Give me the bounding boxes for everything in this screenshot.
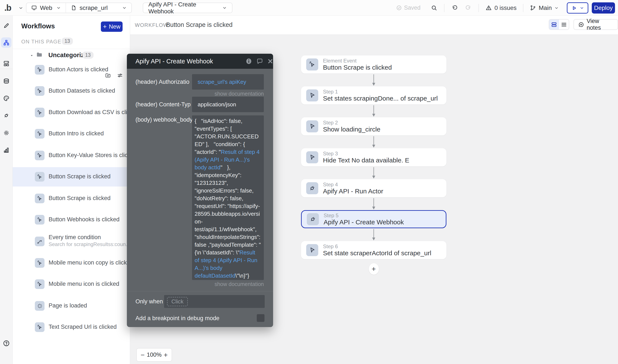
logo-chevron-down-icon[interactable] (18, 6, 23, 10)
zoom-level: 100% (147, 351, 161, 358)
view-notes-button[interactable]: View notes (574, 19, 618, 30)
cursor-click-icon (35, 108, 44, 117)
components-tab[interactable] (0, 60, 13, 67)
redo-icon[interactable] (465, 5, 471, 11)
step-card-event[interactable]: Element EventButton Scrape is clicked (301, 55, 446, 74)
content-type-input[interactable]: application/json (192, 97, 264, 112)
workflow-label: WORKFLOW: (135, 22, 170, 28)
breakpoint-checkbox[interactable] (257, 314, 265, 322)
workflow-icon (3, 39, 10, 46)
workflow-item[interactable]: Button Download as CSV is clicked (13, 103, 130, 122)
settings-tab[interactable] (0, 130, 13, 136)
chevron-down-icon (56, 6, 61, 10)
connector-arrow (301, 166, 446, 179)
warning-triangle-icon (485, 4, 492, 11)
branch-label: Main (539, 4, 552, 11)
help-icon (3, 340, 10, 347)
step-card-3[interactable]: Step 3Hide Text No data available. E (301, 148, 446, 166)
section-count-badge: 13 (62, 38, 73, 45)
search-icon[interactable] (431, 5, 437, 11)
mode-selector[interactable]: Web (27, 3, 66, 13)
workflow-item[interactable]: Page is loaded (13, 296, 130, 316)
cursor-click-icon (35, 129, 44, 139)
workflow-selector-dropdown[interactable]: Apify API - Create Webhook (143, 3, 232, 13)
logs-tab[interactable] (0, 147, 13, 153)
cursor-click-icon (35, 194, 44, 203)
undo-icon[interactable] (451, 5, 457, 11)
cursor-click-icon (306, 58, 318, 70)
check-circle-icon (396, 5, 402, 11)
action-properties-modal: Apify API - Create Webhook (header) Auth… (127, 54, 273, 327)
only-when-placeholder[interactable]: Click (167, 297, 188, 306)
workflow-item-subtitle: Search for scrapingResultss:coun... (49, 241, 130, 247)
plug-icon (3, 112, 10, 119)
steps-column: Element EventButton Scrape is clicked St… (301, 55, 446, 275)
show-documentation-link[interactable]: show documentation (192, 281, 264, 287)
data-tab[interactable] (0, 78, 13, 85)
authorization-input[interactable]: scrape_url's apiKey (192, 74, 264, 90)
zoom-out-button[interactable]: − (141, 351, 145, 358)
workflow-item[interactable]: Text Scraped Url is clicked (13, 318, 130, 337)
page-dropdown[interactable]: scrape_url (66, 3, 131, 13)
list-view-icon (561, 22, 567, 28)
cursor-click-icon (35, 151, 44, 160)
workflow-item[interactable]: Button Webhooks is clicked (13, 210, 130, 230)
cursor-click-icon (35, 258, 44, 268)
new-workflow-button[interactable]: + New (101, 22, 122, 32)
cursor-icon (306, 89, 318, 101)
caret-down-icon (30, 54, 34, 57)
page-selector: Web scrape_url (26, 3, 132, 13)
styles-tab[interactable] (0, 95, 13, 102)
webhook-body-input[interactable]: { "isAdHoc": false, "eventTypes": [ "ACT… (192, 115, 264, 280)
add-step-button[interactable]: + (369, 263, 379, 275)
deploy-button[interactable]: Deploy (592, 2, 615, 13)
cursor-icon (306, 120, 318, 132)
list-view-toggle[interactable] (559, 20, 569, 29)
chart-icon (3, 147, 10, 153)
issues-label: 0 issues (495, 4, 517, 11)
divider (0, 69, 13, 69)
workflow-item[interactable]: Button Intro is clicked (13, 124, 130, 143)
branch-selector[interactable]: Main (530, 4, 559, 11)
step-card-6[interactable]: Step 6Set state scraperActorId of scrape… (301, 241, 446, 259)
step-card-5-selected[interactable]: Step 5Apify API - Create Webhook (301, 210, 446, 228)
group-uncategorized[interactable]: Uncategorized 13 (13, 50, 130, 60)
section-label: ON THIS PAGE (21, 39, 61, 45)
bubble-logo[interactable]: .b (4, 3, 11, 13)
connector-arrow (301, 74, 446, 86)
issues-indicator[interactable]: 0 issues (485, 4, 517, 11)
workflow-item[interactable]: Button Datasets is clicked (13, 81, 130, 101)
zoom-in-button[interactable]: + (164, 351, 168, 358)
workflow-item-selected[interactable]: Button Scrape is clicked (13, 167, 130, 186)
field-label-webhook-body: (body) webhook_body (135, 117, 193, 123)
card-view-toggle[interactable] (549, 20, 559, 29)
workflow-item[interactable]: Mobile menu icon is clicked (13, 275, 130, 294)
zoom-control: − 100% + (136, 348, 172, 362)
plug-icon (307, 213, 319, 225)
git-branch-icon (530, 5, 536, 11)
connector-arrow (301, 228, 446, 241)
only-when-input[interactable]: Click (164, 295, 265, 308)
step-card-1[interactable]: Step 1Set states scrapingDone... of scra… (301, 86, 446, 104)
workflow-item[interactable]: Mobile menu icon copy is clicked (13, 253, 130, 273)
info-icon[interactable] (245, 58, 253, 65)
step-card-4[interactable]: Step 4Apify API - Run Actor (301, 179, 446, 197)
show-documentation-link[interactable]: show documentation (192, 91, 264, 97)
help-button[interactable] (0, 340, 13, 347)
workflow-tab[interactable] (1, 37, 11, 48)
close-icon[interactable] (267, 58, 273, 65)
cursor-click-icon (35, 322, 44, 332)
preview-button[interactable] (567, 2, 588, 13)
design-tab[interactable] (0, 22, 13, 29)
workflow-title: Button Scrape is clicked (166, 21, 232, 28)
field-label-authorization: (header) Authorizatio (135, 79, 189, 85)
plugins-tab[interactable] (0, 112, 13, 119)
top-bar-actions: Saved 0 issues Main Deploy (396, 0, 618, 16)
workflow-item[interactable]: Button Scrape is clicked (13, 189, 130, 208)
comment-icon[interactable] (256, 58, 263, 65)
chevron-down-icon (222, 6, 227, 10)
workflow-item[interactable]: Every time conditionSearch for scrapingR… (13, 232, 130, 251)
workflow-item[interactable]: Button Key-Value Stores is clicked (13, 146, 130, 165)
workflow-item[interactable]: Button Actors is clicked (13, 60, 130, 79)
step-card-2[interactable]: Step 2Show loading_circle (301, 117, 446, 135)
